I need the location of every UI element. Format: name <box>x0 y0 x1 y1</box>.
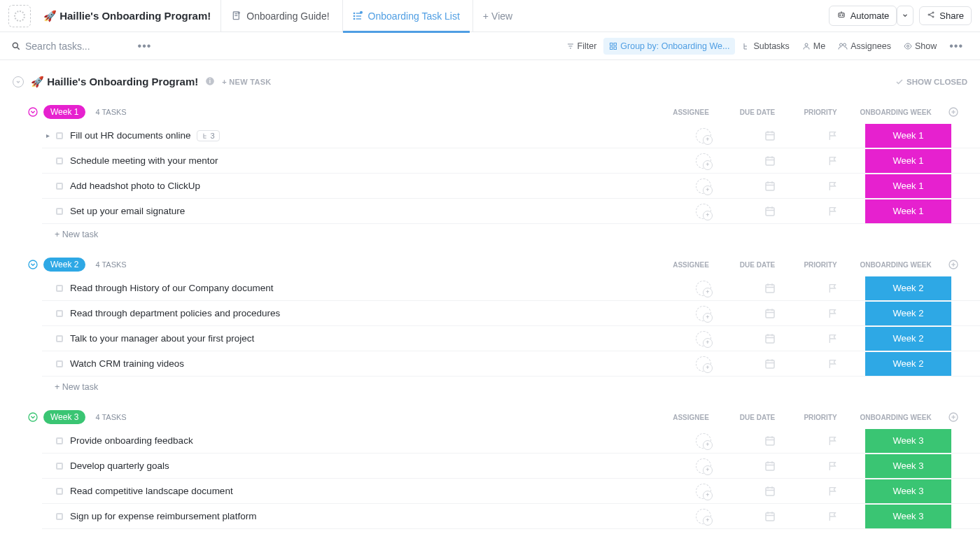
cell-due-date[interactable] <box>738 358 802 370</box>
cell-onboarding-week[interactable]: Week 2 <box>864 276 952 300</box>
task-row[interactable]: Provide onboarding feedback Week 3 <box>42 428 980 454</box>
col-header-onboarding-week[interactable]: ONBOARDING WEEK <box>852 108 939 116</box>
assignees-chip[interactable]: Assignees <box>832 38 897 55</box>
cell-priority[interactable] <box>802 130 864 141</box>
space-icon-placeholder[interactable] <box>8 5 31 27</box>
task-row[interactable]: Talk to your manager about your first pr… <box>42 326 980 351</box>
cell-onboarding-week[interactable]: Week 2 <box>864 327 952 351</box>
cell-priority[interactable] <box>802 155 864 167</box>
task-name[interactable]: Watch CRM training videos <box>70 358 668 369</box>
add-column-button[interactable] <box>939 412 967 423</box>
group-pill[interactable]: Week 3 <box>43 410 85 424</box>
cell-priority[interactable] <box>802 181 864 192</box>
task-row[interactable]: Sign up for expense reimbursement platfo… <box>42 504 980 529</box>
subtasks-chip[interactable]: Subtasks <box>736 38 794 55</box>
show-chip[interactable]: Show <box>898 38 942 55</box>
col-header-due-date[interactable]: DUE DATE <box>726 414 789 421</box>
new-task-header-button[interactable]: + NEW TASK <box>222 78 271 86</box>
cell-priority[interactable] <box>802 511 864 522</box>
cell-onboarding-week[interactable]: Week 1 <box>864 149 952 173</box>
info-icon[interactable]: i <box>205 76 215 88</box>
cell-onboarding-week[interactable]: Week 3 <box>864 429 952 453</box>
new-task-inline-button[interactable]: + New task <box>0 377 980 392</box>
task-status-checkbox[interactable] <box>56 208 63 215</box>
cell-due-date[interactable] <box>738 180 802 192</box>
task-name[interactable]: Schedule meeting with your mentor <box>70 155 668 166</box>
task-row[interactable]: Read competitive landscape document Week… <box>42 479 980 504</box>
task-status-checkbox[interactable] <box>56 437 63 444</box>
add-view-button[interactable]: + View <box>472 0 522 32</box>
cell-assignee[interactable] <box>668 204 738 219</box>
cell-onboarding-week[interactable]: Week 2 <box>864 302 952 325</box>
task-status-checkbox[interactable] <box>56 335 63 342</box>
cell-onboarding-week[interactable]: Week 2 <box>864 352 952 376</box>
cell-onboarding-week[interactable]: Week 1 <box>864 174 952 198</box>
cell-priority[interactable] <box>802 333 864 344</box>
new-task-inline-button[interactable]: + New task <box>0 529 980 534</box>
task-row[interactable]: Watch CRM training videos Week 2 <box>42 351 980 377</box>
cell-onboarding-week[interactable]: Week 3 <box>864 479 952 503</box>
cell-onboarding-week[interactable]: Week 3 <box>864 454 952 478</box>
group-collapse-toggle[interactable] <box>27 258 39 271</box>
subtask-count-badge[interactable]: 3 <box>197 130 220 141</box>
cell-assignee[interactable] <box>668 509 738 524</box>
cell-assignee[interactable] <box>668 306 738 321</box>
search-more-options[interactable]: ••• <box>138 40 152 52</box>
collapse-all-icon[interactable] <box>13 76 24 87</box>
task-row[interactable]: Read through department policies and pro… <box>42 301 980 326</box>
group-pill[interactable]: Week 1 <box>43 105 85 119</box>
add-column-button[interactable] <box>939 259 967 270</box>
task-name[interactable]: Provide onboarding feedback <box>70 435 668 446</box>
cell-due-date[interactable] <box>738 485 802 498</box>
cell-priority[interactable] <box>802 486 864 497</box>
task-status-checkbox[interactable] <box>56 488 63 495</box>
cell-priority[interactable] <box>802 358 864 370</box>
cell-assignee[interactable] <box>668 433 738 449</box>
automate-button[interactable]: Automate <box>829 6 897 26</box>
task-name[interactable]: Read through department policies and pro… <box>70 308 668 318</box>
task-name[interactable]: Fill out HR documents online 3 <box>70 130 668 141</box>
new-task-inline-button[interactable]: + New task <box>0 224 980 239</box>
col-header-due-date[interactable]: DUE DATE <box>726 261 789 269</box>
cell-priority[interactable] <box>802 283 864 294</box>
cell-priority[interactable] <box>802 435 864 447</box>
task-row[interactable]: Set up your email signature Week 1 <box>42 199 980 224</box>
col-header-assignee[interactable]: ASSIGNEE <box>656 261 726 269</box>
automate-dropdown[interactable] <box>897 6 913 26</box>
task-status-checkbox[interactable] <box>56 360 63 367</box>
group-collapse-toggle[interactable] <box>27 411 39 423</box>
toolbar-more[interactable]: ••• <box>944 36 969 56</box>
search-input[interactable]: Search tasks... <box>11 41 90 52</box>
task-status-checkbox[interactable] <box>56 310 63 317</box>
task-name[interactable]: Read through History of our Company docu… <box>70 283 668 293</box>
task-name[interactable]: Set up your email signature <box>70 206 668 216</box>
cell-due-date[interactable] <box>738 282 802 295</box>
task-name[interactable]: Talk to your manager about your first pr… <box>70 333 668 344</box>
tab-onboarding-task-list[interactable]: Onboarding Task List <box>342 0 470 32</box>
group-collapse-toggle[interactable] <box>27 106 39 118</box>
cell-assignee[interactable] <box>668 128 738 143</box>
col-header-priority[interactable]: PRIORITY <box>789 108 852 116</box>
cell-assignee[interactable] <box>668 356 738 372</box>
cell-onboarding-week[interactable]: Week 1 <box>864 199 952 223</box>
cell-due-date[interactable] <box>738 510 802 523</box>
cell-priority[interactable] <box>802 206 864 217</box>
task-row[interactable]: Schedule meeting with your mentor Week 1 <box>42 148 980 174</box>
task-name[interactable]: Add headshot photo to ClickUp <box>70 181 668 191</box>
share-button[interactable]: Share <box>919 6 972 25</box>
cell-due-date[interactable] <box>738 155 802 167</box>
col-header-due-date[interactable]: DUE DATE <box>726 108 789 116</box>
task-row[interactable]: ▸ Fill out HR documents online 3 Week 1 <box>42 123 980 148</box>
col-header-onboarding-week[interactable]: ONBOARDING WEEK <box>852 261 939 269</box>
cell-assignee[interactable] <box>668 178 738 194</box>
cell-due-date[interactable] <box>738 332 802 345</box>
col-header-priority[interactable]: PRIORITY <box>789 414 852 421</box>
tab-onboarding-guide[interactable]: Onboarding Guide! <box>220 0 339 32</box>
cell-assignee[interactable] <box>668 281 738 296</box>
task-row[interactable]: Add headshot photo to ClickUp Week 1 <box>42 174 980 199</box>
cell-assignee[interactable] <box>668 331 738 346</box>
cell-onboarding-week[interactable]: Week 3 <box>864 505 952 528</box>
cell-due-date[interactable] <box>738 460 802 472</box>
task-status-checkbox[interactable] <box>56 157 63 164</box>
filter-chip[interactable]: Filter <box>561 38 603 55</box>
